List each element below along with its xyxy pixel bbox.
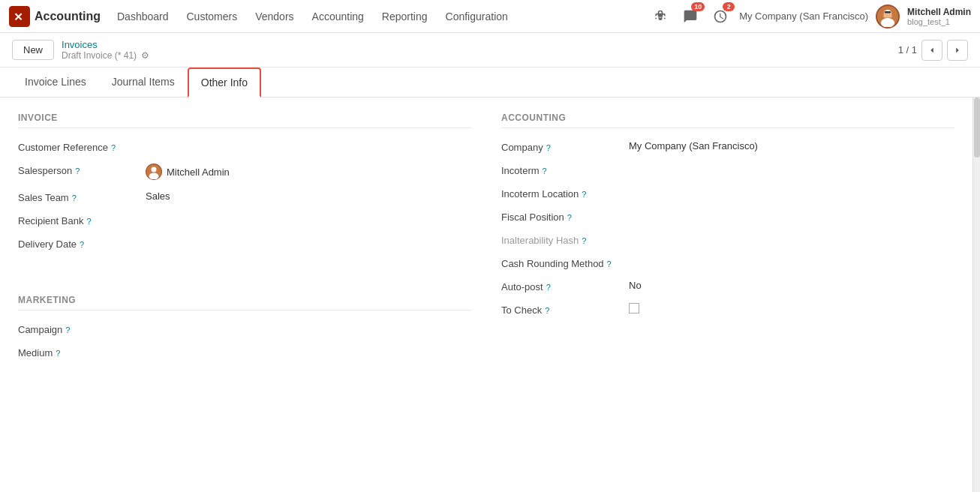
field-auto-post: Auto-post ? No [501,280,954,292]
nav-configuration[interactable]: Configuration [438,8,516,26]
odoo-logo-icon: ✕ [9,6,30,27]
nav-reporting[interactable]: Reporting [374,8,435,26]
chevron-left-icon [927,45,937,56]
company-name: My Company (San Francisco) [739,10,868,22]
help-delivery-date[interactable]: ? [80,240,84,249]
help-inalterability-hash[interactable]: ? [582,236,586,245]
tab-journal-items[interactable]: Journal Items [99,68,188,98]
help-sales-team[interactable]: ? [72,194,77,202]
to-check-checkbox[interactable] [629,303,639,314]
field-value-company[interactable]: My Company (San Francisco) [629,140,758,152]
breadcrumb-bottom: Draft Invoice (* 41) ⚙ [62,50,149,61]
field-medium: Medium ? [18,346,471,358]
field-label-salesperson: Salesperson ? [18,164,138,176]
topnav: ✕ Accounting Dashboard Customers Vendors… [0,0,980,33]
marketing-section: MARKETING Campaign ? Medium ? [18,295,471,358]
help-fiscal-position[interactable]: ? [567,213,572,222]
bug-icon [653,9,668,24]
help-recipient-bank[interactable]: ? [86,217,91,226]
field-value-to-check [629,303,639,314]
breadcrumb-links: Invoices Draft Invoice (* 41) ⚙ [62,39,149,61]
field-salesperson: Salesperson ? Mitchell Admin [18,164,471,180]
help-salesperson[interactable]: ? [75,166,80,176]
field-delivery-date: Delivery Date ? [18,237,471,250]
breadcrumb-current: Draft Invoice (* 41) [62,50,137,61]
field-value-sales-team[interactable]: Sales [146,190,170,202]
avatar-icon [877,6,898,27]
invoice-section-title: INVOICE [18,112,471,128]
accounting-section: ACCOUNTING Company ? My Company (San Fra… [501,112,954,369]
svg-point-8 [152,167,157,172]
field-value-salesperson[interactable]: Mitchell Admin [146,164,230,180]
field-label-to-check: To Check ? [501,303,621,316]
prev-page-button[interactable] [921,40,942,61]
field-label-recipient-bank: Recipient Bank ? [18,214,138,226]
main-content: INVOICE Customer Reference ? Salesperson… [0,98,980,492]
user-info: Mitchell Admin blog_test_1 [907,7,971,26]
breadcrumb-left: New Invoices Draft Invoice (* 41) ⚙ [12,39,149,61]
tab-other-info[interactable]: Other Info [188,68,261,98]
clock-icon [713,9,728,24]
help-to-check[interactable]: ? [545,306,549,315]
activity-badge: 2 [723,2,735,11]
field-label-customer-reference: Customer Reference ? [18,140,138,153]
help-campaign[interactable]: ? [65,326,70,334]
scrollbar-thumb[interactable] [974,98,980,158]
user-name: Mitchell Admin [907,7,971,17]
field-campaign: Campaign ? [18,322,471,335]
salesperson-avatar-icon [146,164,161,179]
settings-gear-icon[interactable]: ⚙ [141,50,149,61]
chat-badge: 10 [691,2,705,11]
breadcrumb-invoices-link[interactable]: Invoices [62,39,149,50]
field-label-delivery-date: Delivery Date ? [18,237,138,250]
help-medium[interactable]: ? [56,349,60,358]
field-customer-reference: Customer Reference ? [18,140,471,153]
field-label-sales-team: Sales Team ? [18,190,138,203]
field-label-campaign: Campaign ? [18,322,138,335]
accounting-section-title: ACCOUNTING [501,112,954,128]
help-incoterm-location[interactable]: ? [582,190,586,199]
topnav-right: 10 2 My Company (San Francisco) Mitchell… [649,4,971,28]
chat-icon-btn[interactable]: 10 [679,5,702,28]
field-label-incoterm-location: Incoterm Location ? [501,187,621,200]
field-label-incoterm: Incoterm ? [501,164,621,176]
breadcrumb-right: 1 / 1 [898,40,968,61]
nav-vendors[interactable]: Vendors [248,8,301,26]
user-sub: blog_test_1 [907,17,950,26]
debug-icon-btn[interactable] [649,5,672,28]
help-customer-reference[interactable]: ? [111,143,116,152]
tab-invoice-lines[interactable]: Invoice Lines [12,68,99,98]
marketing-section-title: MARKETING [18,295,471,310]
help-company[interactable]: ? [546,143,551,152]
nav-customers[interactable]: Customers [179,8,245,26]
content-area: INVOICE Customer Reference ? Salesperson… [0,98,972,492]
field-value-auto-post[interactable]: No [629,280,642,291]
breadcrumb-bar: New Invoices Draft Invoice (* 41) ⚙ 1 / … [0,33,980,68]
next-page-button[interactable] [947,40,968,61]
field-incoterm-location: Incoterm Location ? [501,187,954,200]
tabs-bar: Invoice Lines Journal Items Other Info [0,68,980,98]
field-cash-rounding: Cash Rounding Method ? [501,256,954,269]
new-button[interactable]: New [12,40,54,60]
scrollbar-track [972,98,980,492]
field-label-inalterability-hash: Inalterability Hash ? [501,233,621,246]
field-sales-team: Sales Team ? Sales [18,190,471,203]
field-company: Company ? My Company (San Francisco) [501,140,954,153]
activity-icon-btn[interactable]: 2 [709,5,732,28]
chevron-right-icon [952,45,963,56]
nav-dashboard[interactable]: Dashboard [110,8,176,26]
field-fiscal-position: Fiscal Position ? [501,210,954,223]
nav-accounting[interactable]: Accounting [305,8,371,26]
app-logo[interactable]: ✕ Accounting [9,6,101,27]
field-label-cash-rounding: Cash Rounding Method ? [501,256,621,269]
svg-rect-5 [885,11,891,14]
svg-rect-6 [884,13,892,17]
salesperson-avatar [146,164,162,180]
field-recipient-bank: Recipient Bank ? [18,214,471,226]
field-incoterm: Incoterm ? [501,164,954,176]
help-cash-rounding[interactable]: ? [607,260,612,268]
help-auto-post[interactable]: ? [546,283,551,292]
help-incoterm[interactable]: ? [543,166,547,176]
two-col-layout: INVOICE Customer Reference ? Salesperson… [18,112,954,369]
user-avatar[interactable] [876,4,900,28]
